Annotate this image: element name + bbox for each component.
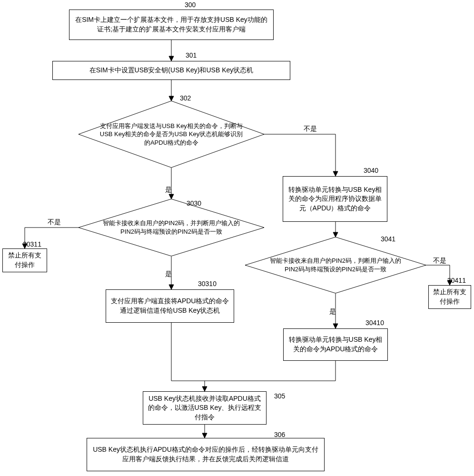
- ref-306: 306: [274, 431, 285, 438]
- process-box-306: USB Key状态机执行APDU格式的命令对应的操作后，经转换驱动单元向支付应用…: [87, 438, 325, 471]
- process-box-300: 在SIM卡上建立一个扩展基本文件，用于存放支持USB Key功能的证书;基于建立…: [69, 10, 274, 40]
- process-text: 禁止所有支付操作: [7, 251, 43, 269]
- svg-marker-12: [169, 285, 174, 289]
- svg-marker-6: [169, 96, 174, 101]
- edge-label-yes: 是: [329, 307, 336, 316]
- ref-3041: 3041: [381, 235, 395, 243]
- svg-marker-20: [202, 433, 207, 438]
- ref-305: 305: [274, 392, 285, 400]
- ref-302: 302: [180, 94, 191, 102]
- svg-marker-17: [333, 324, 338, 328]
- ref-30310: 30310: [198, 280, 217, 288]
- ref-30410: 30410: [365, 319, 384, 327]
- process-text: 禁止所有支付操作: [433, 288, 467, 306]
- edge-label-yes: 是: [165, 270, 172, 278]
- edge-label-no: 不是: [48, 218, 61, 227]
- decision-302: 支付应用客户端发送与USB Key相关的命令，判断与USB Key相关的命令是否…: [79, 101, 264, 168]
- svg-marker-4: [169, 56, 174, 61]
- decision-text: 支付应用客户端发送与USB Key相关的命令，判断与USB Key相关的命令是否…: [98, 122, 245, 147]
- process-text: 在SIM卡中设置USB安全钥(USB Key)和USB Key状态机: [89, 66, 254, 75]
- svg-marker-14: [333, 232, 338, 237]
- decision-3041: 智能卡接收来自用户的PIN2码，判断用户输入的PIN2码与终端预设的PIN2码是…: [245, 237, 426, 293]
- process-box-30311: 禁止所有支付操作: [2, 248, 47, 272]
- ref-300: 300: [185, 1, 196, 9]
- decision-text: 智能卡接收来自用户的PIN2码，判断用户输入的PIN2码与终端预设的PIN2码是…: [264, 257, 407, 273]
- edge-label-no: 不是: [433, 257, 446, 265]
- process-text: 在SIM卡上建立一个扩展基本文件，用于存放支持USB Key功能的证书;基于建立…: [73, 15, 269, 34]
- process-text: 支付应用客户端直接将APDU格式的命令通过逻辑信道传给USB Key状态机: [110, 297, 230, 315]
- edge-label-yes: 是: [165, 186, 172, 194]
- process-box-301: 在SIM卡中设置USB安全钥(USB Key)和USB Key状态机: [52, 61, 290, 80]
- decision-3030: 智能卡接收来自用户的PIN2码，并判断用户输入的PIN2码与终端预设的PIN2码…: [79, 199, 264, 256]
- edge-label-no: 不是: [304, 125, 317, 133]
- svg-marker-18: [202, 387, 207, 391]
- process-box-305: USB Key状态机接收并读取APDU格式的命令，以激活USB Key、执行远程…: [143, 391, 267, 425]
- process-box-30310: 支付应用客户端直接将APDU格式的命令通过逻辑信道传给USB Key状态机: [106, 289, 234, 323]
- process-text: 转换驱动单元转换与USB Key相关的命令为APDU格式的命令: [287, 335, 384, 354]
- svg-marker-7: [333, 171, 338, 176]
- ref-301: 301: [186, 51, 197, 59]
- process-box-30411: 禁止所有支付操作: [428, 285, 471, 309]
- ref-3030: 3030: [187, 199, 201, 207]
- process-box-30410: 转换驱动单元转换与USB Key相关的命令为APDU格式的命令: [283, 328, 388, 361]
- process-text: USB Key状态机接收并读取APDU格式的命令，以激活USB Key、执行远程…: [147, 394, 262, 422]
- decision-text: 智能卡接收来自用户的PIN2码，并判断用户输入的PIN2码与终端预设的PIN2码…: [98, 219, 245, 236]
- process-text: 转换驱动单元转换与USB Key相关的命令为应用程序协议数据单元（APDU）格式…: [287, 185, 383, 213]
- ref-30311: 30311: [23, 240, 41, 248]
- process-box-3040: 转换驱动单元转换与USB Key相关的命令为应用程序协议数据单元（APDU）格式…: [283, 176, 387, 222]
- ref-3040: 3040: [364, 167, 378, 174]
- svg-marker-9: [169, 194, 174, 199]
- ref-30411: 30411: [447, 277, 466, 284]
- process-text: USB Key状态机执行APDU格式的命令对应的操作后，经转换驱动单元向支付应用…: [91, 445, 320, 464]
